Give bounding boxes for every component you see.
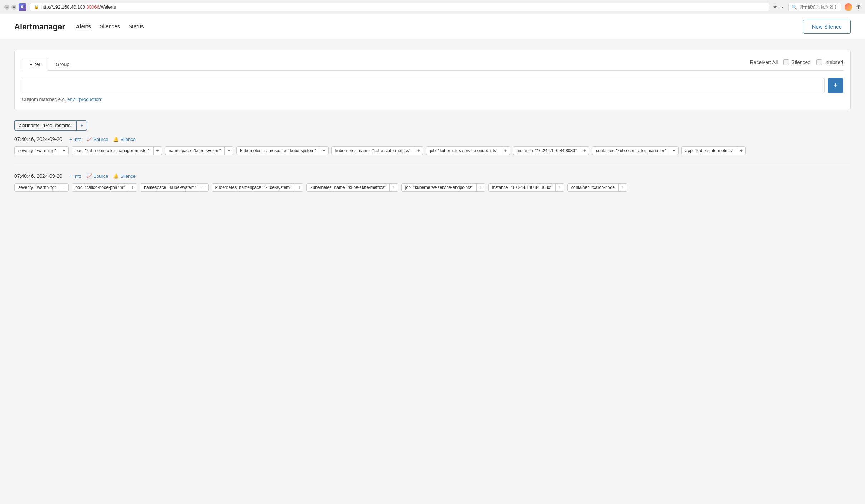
silenced-checkbox-label[interactable]: Silenced [783,59,811,65]
inhibited-label: Inhibited [824,59,843,65]
app-title: Alertmanager [14,22,65,31]
home-button[interactable]: ● [11,5,16,10]
silenced-label: Silenced [791,59,811,65]
app-header: Alertmanager Alerts Silences Status New … [0,14,865,39]
custom-matcher-hint: Custom matcher, e.g. env="production" [22,97,843,102]
tag-label: namespace="kube-system" [165,147,225,155]
source-label-1: Source [93,137,108,142]
tag-plus[interactable]: + [60,147,68,155]
tag-label: kubernetes_namespace="kube-system" [212,184,295,191]
address-bar[interactable]: 🔓 http://192.168.40.180:30066/#/alerts [30,3,769,11]
list-item: kubernetes_name="kube-state-metrics" + [331,146,423,155]
tag-plus[interactable]: + [128,184,137,191]
group-tag-plus[interactable]: + [76,121,87,130]
menu-icon[interactable]: ⋯ [780,4,785,10]
filter-add-button[interactable]: + [828,78,843,93]
receiver-label: Receiver: All [750,59,778,65]
group-tags: alertname="Pod_restarts" + [14,120,851,131]
tag-plus[interactable]: + [501,147,510,155]
back-button[interactable]: ← [4,5,9,10]
tag-label: kubernetes_namespace="kube-system" [237,147,320,155]
silence-label-1: Silence [120,137,136,142]
alert-header-2: 07:40:46, 2024-09-20 + Info 📈 Source 🔔 [14,173,851,179]
alert-header-1: 07:40:46, 2024-09-20 + Info 📈 Source 🔔 [14,136,851,142]
alert-item-2: 07:40:46, 2024-09-20 + Info 📈 Source 🔔 [14,173,851,192]
profile-icon[interactable] [845,3,852,11]
search-icon: 🔍 [792,5,797,10]
ai-icon: AI [19,3,26,11]
filter-input[interactable] [22,78,825,93]
alert-groups-container: alertname="Pod_restarts" + 07:40:46, 202… [14,120,851,192]
tag-label: kubernetes_name="kube-state-metrics" [307,184,389,191]
info-label-1: Info [73,137,81,142]
url-text: http://192.168.40.180:30066/#/alerts [41,4,116,10]
list-item: namespace="kube-system" + [165,146,234,155]
alert-source-link-2[interactable]: 📈 Source [86,173,108,179]
filter-tabs-left: Filter Group [22,58,77,70]
list-item: kubernetes_name="kube-state-metrics" + [306,183,398,192]
chart-icon-2: 📈 [86,173,92,179]
browser-chrome: ← ● AI 🔓 http://192.168.40.180:30066/#/a… [0,0,865,14]
browser-controls: ← ● AI [4,3,26,11]
filter-search-row: + [22,78,843,93]
star-icon[interactable]: ★ [773,4,777,10]
list-item: pod="kube-controller-manager-master" + [72,146,162,155]
tag-plus[interactable]: + [476,184,485,191]
bell-icon-1: 🔔 [113,137,119,142]
list-item: kubernetes_namespace="kube-system" + [212,183,304,192]
tag-plus[interactable]: + [414,147,423,155]
silenced-checkbox[interactable] [783,59,789,65]
list-item: pod="calico-node-pn87m" + [72,183,137,192]
alert-info-link-2[interactable]: + Info [69,173,81,179]
alert-silence-link-2[interactable]: 🔔 Silence [113,173,136,179]
tag-label: pod="kube-controller-manager-master" [72,147,153,155]
alert-actions-1: + Info 📈 Source 🔔 Silence [69,137,136,142]
tag-label: pod="calico-node-pn87m" [72,184,128,191]
list-item: instance="10.244.140.84:8080" + [488,183,564,192]
tag-plus[interactable]: + [295,184,303,191]
alert-item-1: 07:40:46, 2024-09-20 + Info 📈 Source 🔔 [14,136,851,155]
tag-plus[interactable]: + [670,147,678,155]
tag-label: container="calico-node [568,184,618,191]
tag-plus[interactable]: + [618,184,627,191]
alert-group: alertname="Pod_restarts" + 07:40:46, 202… [14,120,851,192]
tag-label: severity="warnning" [15,184,60,191]
tag-plus[interactable]: + [320,147,328,155]
list-item: job="kubernetes-service-endpoints" + [401,183,485,192]
inhibited-checkbox[interactable] [816,59,822,65]
alert-source-link-1[interactable]: 📈 Source [86,137,108,142]
inhibited-checkbox-label[interactable]: Inhibited [816,59,843,65]
tab-group[interactable]: Group [48,58,77,71]
browser-search-box[interactable]: 🔍 男子被砍后反杀凶手 [788,3,841,11]
tag-label: job="kubernetes-service-endpoints" [402,184,476,191]
tag-plus[interactable]: + [224,147,233,155]
alert-time-1: 07:40:46, 2024-09-20 [14,136,62,142]
alert-actions-2: + Info 📈 Source 🔔 Silence [69,173,136,179]
tab-filter[interactable]: Filter [22,58,48,71]
tag-plus[interactable]: + [389,184,398,191]
tag-label: kubernetes_name="kube-state-metrics" [332,147,414,155]
search-text: 男子被砍后反杀凶手 [799,4,838,10]
list-item: severity="warnning" + [14,183,69,192]
silence-label-2: Silence [120,173,136,179]
grid-icon[interactable]: ⁜ [856,4,861,10]
tag-plus[interactable]: + [200,184,208,191]
list-item: app="kube-state-metrics" + [681,146,746,155]
tag-plus[interactable]: + [580,147,589,155]
tag-plus[interactable]: + [555,184,564,191]
hint-example-link[interactable]: env="production" [67,97,103,102]
filter-panel: Filter Group Receiver: All Silenced Inhi… [14,50,851,109]
tag-plus[interactable]: + [737,147,745,155]
source-label-2: Source [93,173,108,179]
group-tag-label: alertname="Pod_restarts" [15,121,76,130]
alert-info-link-1[interactable]: + Info [69,137,81,142]
nav-alerts[interactable]: Alerts [76,22,91,31]
new-silence-button[interactable]: New Silence [803,20,851,34]
group-tag-alertname: alertname="Pod_restarts" + [14,120,87,131]
nav-silences[interactable]: Silences [99,22,120,31]
tag-plus[interactable]: + [60,184,68,191]
tag-plus[interactable]: + [153,147,162,155]
nav-status[interactable]: Status [128,22,144,31]
alert-silence-link-1[interactable]: 🔔 Silence [113,137,136,142]
plus-icon-1: + [69,137,72,142]
